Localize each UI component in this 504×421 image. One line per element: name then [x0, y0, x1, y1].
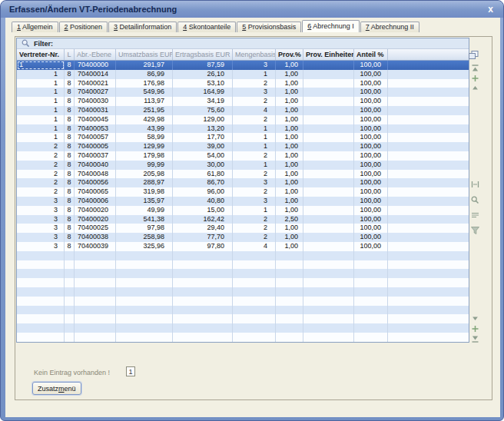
empty-row[interactable] [17, 297, 469, 306]
cell-filler [388, 242, 469, 251]
tab-abrechnung-i[interactable]: 6 Abrechnung I [302, 20, 360, 32]
tab-abrechnung-ii[interactable]: 7 Abrechnung II [360, 22, 419, 32]
table-row[interactable]: 1870400027549,96164,9931,00100,00 [17, 88, 469, 97]
tab-detailinformation[interactable]: 3 Detailinformation [108, 22, 177, 32]
cell-einheiten [303, 233, 354, 242]
filter-icon[interactable] [471, 227, 481, 236]
cell-einheiten [303, 242, 354, 251]
cell-vertreter: 2 [17, 187, 65, 197]
cell-mengen: 1 [233, 161, 276, 170]
cell-anteil [354, 260, 388, 270]
table-row[interactable]: 387040002597,9829,4021,00100,00 [17, 224, 469, 233]
table-row[interactable]: 3870400020541,38162,4222,50100,00 [17, 215, 469, 224]
column-chooser-icon[interactable] [469, 51, 479, 60]
cell-umsatz [116, 297, 173, 306]
table-row[interactable]: 2870400037179,9854,0021,00100,00 [17, 151, 469, 161]
table-row[interactable]: 187040001486,9926,1011,00100,00 [17, 70, 469, 79]
page-up-icon[interactable] [471, 75, 481, 84]
cell-ebene: 70400000 [75, 61, 116, 70]
scroll-top-icon[interactable] [471, 65, 481, 74]
cell-mengen: 3 [233, 61, 276, 70]
cell-anteil: 100,00 [354, 106, 388, 115]
cell-mengen: 2 [233, 151, 276, 161]
table-row[interactable]: 3870400006135,9740,8031,00100,00 [17, 197, 469, 206]
tab-skontoanteile[interactable]: 4 Skontoanteile [177, 22, 236, 32]
table-row[interactable]: 1870400031251,9575,6041,00100,00 [17, 106, 469, 115]
cell-einheiten [303, 97, 354, 106]
cell-ebene: 70400053 [75, 124, 116, 134]
table-row[interactable]: 187040005343,9913,2011,00100,00 [17, 124, 469, 134]
table-row[interactable]: 3870400038258,9877,7021,00100,00 [17, 233, 469, 242]
cell-einheiten [303, 260, 354, 270]
empty-row[interactable] [17, 306, 469, 315]
records-icon[interactable] [471, 211, 481, 220]
empty-row[interactable] [17, 278, 469, 287]
cell-l: 8 [65, 197, 75, 206]
column-header-l[interactable]: L [65, 49, 75, 60]
page-down-icon[interactable] [471, 325, 481, 334]
table-row[interactable]: 1870400045429,98129,0021,00100,00 [17, 115, 469, 124]
column-header-einheiten[interactable]: Prov. Einheiten [303, 49, 354, 60]
table-row[interactable]: 3870400039325,9697,8041,00100,00 [17, 242, 469, 251]
column-header-prov[interactable]: Prov.% [276, 49, 303, 60]
grid-filter-row[interactable]: Filter: [17, 38, 469, 49]
table-row[interactable]: 287040004099,9930,0011,00100,00 [17, 161, 469, 170]
table-row[interactable]: 2870400065319,9896,0021,00100,00 [17, 187, 469, 197]
cell-vertreter: 2 [17, 142, 65, 151]
tab-positionen[interactable]: 2 Positionen [59, 22, 108, 32]
close-button[interactable]: x [488, 1, 493, 18]
table-row[interactable]: 187040005758,9917,7011,00100,00 [17, 133, 469, 142]
cell-filler [388, 170, 469, 179]
empty-row[interactable] [17, 287, 469, 297]
empty-row[interactable] [17, 314, 469, 323]
column-header-umsatz[interactable]: Umsatzbasis EUR [116, 49, 173, 60]
cell-umsatz [116, 323, 173, 333]
row-up-icon[interactable] [471, 85, 481, 94]
cell-l: 8 [65, 142, 75, 151]
scroll-bottom-icon[interactable] [471, 335, 481, 344]
table-row[interactable]: 1870400021176,9853,1021,00100,00 [17, 79, 469, 88]
empty-row[interactable] [17, 269, 469, 278]
cell-einheiten [303, 206, 354, 215]
empty-row[interactable] [17, 333, 469, 342]
row-down-icon[interactable] [471, 315, 481, 324]
column-width-icon[interactable] [471, 181, 481, 190]
cell-einheiten [303, 287, 354, 297]
empty-row[interactable] [17, 323, 469, 333]
empty-row[interactable] [17, 251, 469, 260]
column-header-mengen[interactable]: Mengenbasis [233, 49, 276, 60]
table-row[interactable]: 2870400056288,9786,7031,00100,00 [17, 178, 469, 187]
cell-anteil: 100,00 [354, 142, 388, 151]
table-row[interactable]: 387040002049,9915,0011,00100,00 [17, 206, 469, 215]
cell-l: 8 [65, 215, 75, 224]
cell-ebene: 70400056 [75, 178, 116, 187]
cell-umsatz: 99,99 [116, 161, 173, 170]
table-row[interactable]: 1870400030113,9734,1921,00100,00 [17, 97, 469, 106]
column-header-ertrag[interactable]: Ertragsbasis EUR [173, 49, 233, 60]
table-row[interactable]: 1870400000291,9787,5931,00100,00 [17, 61, 469, 70]
cell-ebene [75, 251, 116, 260]
cell-ertrag: 162,42 [173, 215, 233, 224]
grid-search-icon[interactable] [471, 196, 481, 205]
tab-allgemein[interactable]: 1 Allgemein [12, 22, 58, 32]
empty-row[interactable] [17, 260, 469, 270]
cell-l [65, 278, 75, 287]
cell-umsatz [116, 260, 173, 270]
column-header-ebene[interactable]: Abr.-Ebene [75, 49, 116, 60]
cell-einheiten [303, 197, 354, 206]
cell-ebene: 70400027 [75, 88, 116, 97]
cell-ebene: 70400037 [75, 151, 116, 161]
title-bar[interactable]: Erfassen/Ändern VT-Periodenabrechnung x [1, 1, 503, 18]
cell-l [65, 333, 75, 342]
table-row[interactable]: 2870400048205,9861,8021,00100,00 [17, 170, 469, 179]
column-header-vertreter[interactable]: Vertreter-Nr. [17, 49, 65, 60]
cell-mengen: 2 [233, 115, 276, 124]
cell-filler [388, 61, 469, 70]
tab-provisionsbasis[interactable]: 5 Provisionsbasis [237, 22, 301, 32]
table-row[interactable]: 2870400005129,9939,0011,00100,00 [17, 142, 469, 151]
cell-vertreter: 1 [17, 97, 65, 106]
cell-filler [388, 133, 469, 142]
cell-ertrag: 86,70 [173, 178, 233, 187]
column-header-anteil[interactable]: Anteil % [354, 49, 388, 60]
zusatzmenu-button[interactable]: Zusatzmenü [32, 382, 81, 395]
